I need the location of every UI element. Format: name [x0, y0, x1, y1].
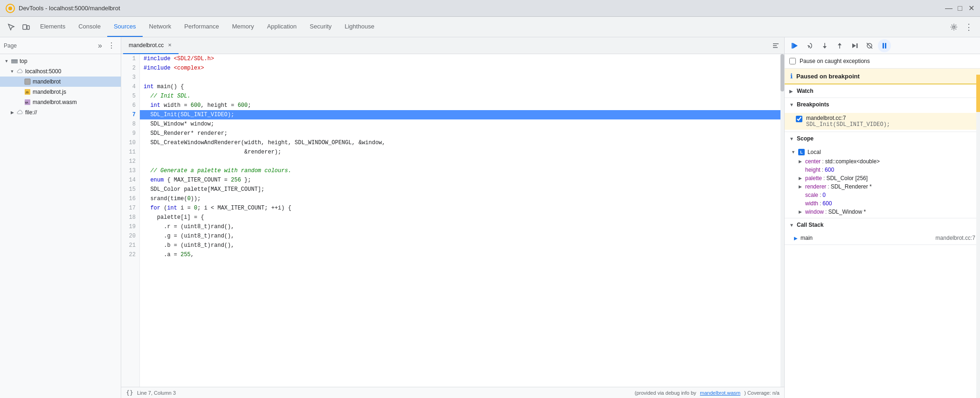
pause-on-exceptions-button[interactable] — [878, 39, 891, 52]
tab-lighthouse[interactable]: Lighthouse — [338, 17, 381, 37]
callstack-header[interactable]: ▼ Call Stack — [785, 218, 980, 231]
sidebar-more-icon[interactable]: » — [96, 41, 104, 51]
line-num-14[interactable]: 14 — [121, 175, 139, 185]
tree-item-mandelbrot[interactable]: mandelbrot — [0, 77, 121, 87]
pause-caught-checkbox[interactable] — [789, 58, 796, 64]
line-num-9[interactable]: 9 — [121, 129, 139, 138]
tab-security[interactable]: Security — [303, 17, 338, 37]
titlebar: DevTools - localhost:5000/mandelbrot — □… — [0, 0, 980, 17]
more-options-icon[interactable]: ⋮ — [961, 17, 976, 37]
step-button[interactable] — [848, 39, 861, 52]
svg-marker-21 — [838, 43, 842, 45]
status-wasm-link[interactable]: mandelbrot.wasm — [700, 390, 740, 396]
right-scrollbar-thumb[interactable] — [976, 75, 980, 112]
svg-rect-11 — [773, 43, 779, 44]
scope-section: ▼ Scope ▼ L Local ▶ center : std: — [785, 132, 980, 218]
scope-key-scale: scale — [805, 192, 818, 198]
line-num-21[interactable]: 21 — [121, 241, 139, 250]
code-tabs: mandelbrot.cc ✕ — [121, 37, 784, 54]
line-num-7[interactable]: 7 — [121, 110, 139, 119]
tab-sources[interactable]: Sources — [107, 17, 143, 37]
breakpoints-header[interactable]: ▼ Breakpoints — [785, 98, 980, 111]
line-num-2[interactable]: 2 — [121, 63, 139, 73]
scope-local-badge: L — [798, 149, 805, 155]
line-num-13[interactable]: 13 — [121, 166, 139, 175]
scope-sep-scale: : — [820, 192, 821, 198]
line-num-3[interactable]: 3 — [121, 73, 139, 82]
code-tab-mandelbrot[interactable]: mandelbrot.cc ✕ — [123, 37, 179, 54]
code-line-2: #include <complex> — [140, 63, 784, 73]
tab-network[interactable]: Network — [143, 17, 178, 37]
callstack-section: ▼ Call Stack ▶ main mandelbrot.cc:7 — [785, 218, 980, 245]
tab-console[interactable]: Console — [72, 17, 107, 37]
line-num-12[interactable]: 12 — [121, 157, 139, 166]
main-layout: Page » ⋮ ▼ top ▼ localhost:5000 — [0, 37, 980, 398]
code-line-22: .a = 255, — [140, 250, 784, 259]
line-num-17[interactable]: 17 — [121, 203, 139, 213]
right-panel-scroll[interactable]: Pause on caught exceptions ℹ Paused on b… — [785, 54, 980, 398]
scope-key-palette: palette — [805, 175, 822, 182]
close-button[interactable]: ✕ — [968, 5, 974, 12]
code-lines[interactable]: #include <SDL2/SDL.h> #include <complex>… — [140, 54, 784, 387]
pause-exceptions-row: Pause on caught exceptions — [785, 54, 980, 69]
inspect-icon[interactable] — [4, 17, 19, 37]
step-over-button[interactable] — [803, 39, 816, 52]
scope-expand-palette[interactable]: ▶ — [799, 176, 803, 181]
code-tab-close[interactable]: ✕ — [166, 42, 173, 49]
scope-header[interactable]: ▼ Scope — [785, 132, 980, 145]
scope-expand-window[interactable]: ▶ — [799, 209, 803, 214]
maximize-button[interactable]: □ — [957, 5, 963, 12]
tree-arrow-mandelbrot — [17, 79, 22, 84]
svg-text:WA: WA — [25, 102, 28, 104]
code-line-4: int main() { — [140, 82, 784, 91]
tree-item-mandelbrot-js[interactable]: JS mandelbrot.js — [0, 87, 121, 97]
tree-label-mandelbrot-wasm: mandelbrot.wasm — [33, 99, 77, 105]
line-num-11[interactable]: 11 — [121, 147, 139, 157]
watch-section: ▶ Watch — [785, 84, 980, 98]
scope-expand-center[interactable]: ▶ — [799, 159, 803, 164]
code-scrollbar-thumb[interactable] — [780, 54, 784, 91]
tab-memory[interactable]: Memory — [226, 17, 261, 37]
line-num-10[interactable]: 10 — [121, 138, 139, 147]
line-num-1[interactable]: 1 — [121, 54, 139, 63]
device-toggle-icon[interactable] — [19, 17, 34, 37]
callstack-item-main[interactable]: ▶ main mandelbrot.cc:7 — [785, 233, 980, 243]
wasm-file-icon: WA — [24, 99, 31, 105]
line-num-15[interactable]: 15 — [121, 185, 139, 194]
tree-item-mandelbrot-wasm[interactable]: WA mandelbrot.wasm — [0, 97, 121, 107]
sidebar-menu-btn[interactable]: ⋮ — [106, 40, 117, 51]
code-line-21: .b = (uint8_t)rand(), — [140, 241, 784, 250]
tree-item-top[interactable]: ▼ top — [0, 56, 121, 66]
step-out-button[interactable] — [833, 39, 846, 52]
settings-icon[interactable] — [946, 17, 961, 37]
line-num-19[interactable]: 19 — [121, 222, 139, 231]
line-num-18[interactable]: 18 — [121, 213, 139, 222]
code-scrollbar[interactable] — [780, 54, 784, 387]
deactivate-breakpoints-button[interactable] — [863, 39, 876, 52]
scope-no-expand-width — [799, 201, 803, 206]
line-num-22[interactable]: 22 — [121, 250, 139, 259]
line-num-8[interactable]: 8 — [121, 119, 139, 129]
line-num-4[interactable]: 4 — [121, 82, 139, 91]
line-num-5[interactable]: 5 — [121, 91, 139, 101]
minimize-button[interactable]: — — [945, 5, 952, 12]
right-scrollbar[interactable] — [976, 75, 980, 398]
step-into-button[interactable] — [818, 39, 831, 52]
watch-header[interactable]: ▶ Watch — [785, 84, 980, 98]
scope-item-center: ▶ center : std::complex<double> — [785, 157, 980, 166]
tree-item-file[interactable]: ▶ file:// — [0, 107, 121, 118]
breakpoint-checkbox[interactable] — [796, 116, 802, 122]
tree-item-localhost[interactable]: ▼ localhost:5000 — [0, 66, 121, 77]
resume-button[interactable] — [788, 39, 801, 52]
line-num-6[interactable]: 6 — [121, 101, 139, 110]
tab-elements[interactable]: Elements — [34, 17, 72, 37]
tab-application[interactable]: Application — [261, 17, 304, 37]
scope-local-header[interactable]: ▼ L Local — [785, 147, 980, 157]
scope-expand-renderer[interactable]: ▶ — [799, 184, 803, 189]
tab-performance[interactable]: Performance — [178, 17, 225, 37]
tree-label-mandelbrot-js: mandelbrot.js — [33, 89, 66, 95]
pretty-print-icon[interactable]: {} — [126, 389, 133, 397]
line-num-16[interactable]: 16 — [121, 194, 139, 203]
line-num-20[interactable]: 20 — [121, 231, 139, 241]
format-button[interactable] — [769, 39, 782, 52]
